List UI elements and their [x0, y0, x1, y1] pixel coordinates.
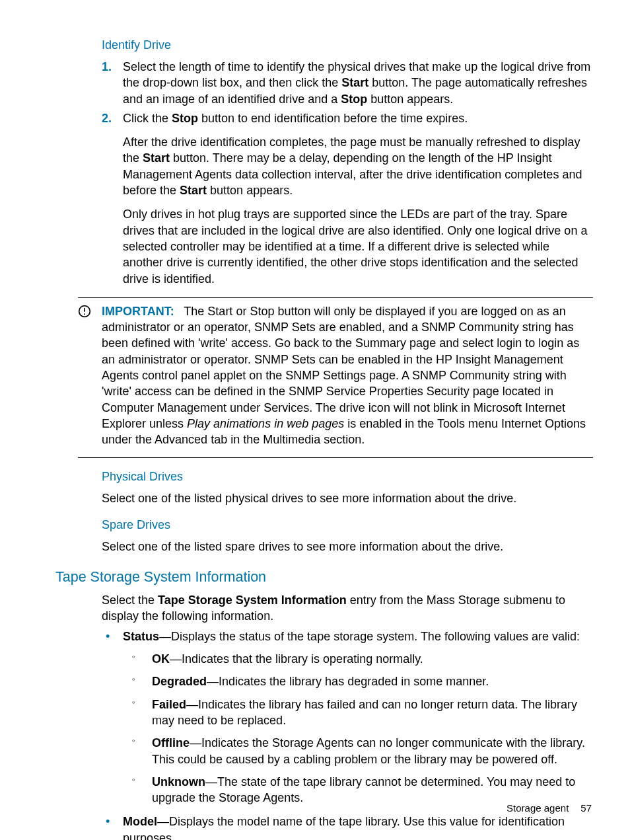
spare-text: Select one of the listed spare drives to… — [102, 539, 593, 554]
status-failed: Failed—Indicates the library has failed … — [152, 697, 593, 729]
step-2: Click the Stop button to end identificat… — [123, 110, 593, 287]
step2-follow-2: Only drives in hot plug trays are suppor… — [123, 206, 593, 286]
offline-text: —Indicates the Storage Agents can no lon… — [152, 736, 585, 765]
heading-identify-drive: Identify Drive — [102, 38, 593, 52]
failed-label: Failed — [152, 698, 186, 711]
bullet-status: Status—Displays the status of the tape s… — [123, 629, 593, 806]
page-footer: Storage agent57 — [507, 802, 592, 814]
important-label: IMPORTANT: — [102, 305, 174, 318]
alert-icon — [78, 305, 91, 318]
content-body: Identify Drive Select the length of time… — [37, 38, 593, 840]
tape-intro-a: Select the — [102, 593, 158, 607]
status-degraded: Degraded—Indicates the library has degra… — [152, 673, 593, 689]
step2-text-b: button to end identification before the … — [198, 112, 468, 125]
stop-label-2: Stop — [172, 112, 198, 125]
separator-bottom — [78, 457, 593, 458]
important-icon-col — [78, 303, 102, 318]
step1-text-c: button appears. — [367, 93, 453, 106]
failed-text: —Indicates the library has failed and ca… — [152, 698, 577, 727]
important-body-a: The Start or Stop button will only be di… — [102, 305, 579, 430]
status-ok: OK—Indicates that the library is operati… — [152, 651, 593, 667]
svg-point-2 — [84, 313, 85, 315]
physical-text: Select one of the listed physical drives… — [102, 490, 593, 506]
important-italic: Play animations in web pages — [187, 417, 344, 430]
follow1-c: button appears. — [207, 184, 293, 197]
ok-text: —Indicates that the library is operating… — [170, 652, 423, 666]
separator-top — [78, 297, 593, 298]
tape-intro-bold: Tape Storage System Information — [158, 593, 347, 607]
status-unknown: Unknown—The state of the tape library ca… — [152, 774, 593, 806]
unknown-text: —The state of the tape library cannot be… — [152, 775, 575, 804]
page: Identify Drive Select the length of time… — [0, 0, 630, 840]
footer-section: Storage agent — [507, 802, 569, 814]
important-block: IMPORTANT: The Start or Stop button will… — [78, 303, 593, 448]
start-label: Start — [341, 76, 368, 89]
important-text: IMPORTANT: The Start or Stop button will… — [102, 303, 593, 448]
tape-intro: Select the Tape Storage System Informati… — [102, 592, 593, 625]
status-offline: Offline—Indicates the Storage Agents can… — [152, 735, 593, 767]
bullet-model: Model—Displays the model name of the tap… — [123, 814, 593, 840]
identify-steps: Select the length of time to identify th… — [102, 59, 593, 287]
heading-physical-drives: Physical Drives — [102, 470, 593, 484]
stop-label: Stop — [341, 93, 367, 106]
ok-label: OK — [152, 652, 170, 666]
step2-follow-1: After the drive identification completes… — [123, 134, 593, 198]
offline-label: Offline — [152, 736, 190, 749]
step-1: Select the length of time to identify th… — [123, 59, 593, 107]
status-label: Status — [123, 630, 159, 643]
model-text: —Displays the model name of the tape lib… — [123, 815, 565, 840]
heading-tape-storage: Tape Storage System Information — [55, 569, 593, 586]
footer-page-number: 57 — [580, 802, 592, 814]
degraded-text: —Indicates the library has degraded in s… — [207, 675, 489, 688]
status-values: OK—Indicates that the library is operati… — [123, 651, 593, 806]
degraded-label: Degraded — [152, 675, 207, 688]
heading-spare-drives: Spare Drives — [102, 518, 593, 532]
unknown-label: Unknown — [152, 775, 205, 788]
model-label: Model — [123, 815, 157, 828]
status-text: —Displays the status of the tape storage… — [159, 630, 580, 643]
step2-text-a: Click the — [123, 112, 172, 125]
start-label-2: Start — [143, 151, 170, 165]
start-label-3: Start — [180, 184, 207, 197]
